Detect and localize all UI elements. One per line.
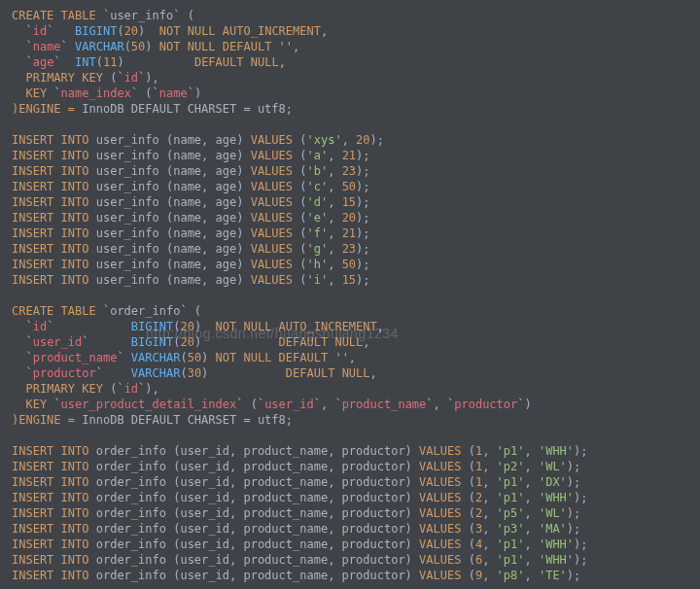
user-inserts: INSERT INTO user_info (name, age) VALUES…: [12, 133, 384, 287]
sql-code-block: CREATE TABLE `user_info` ( `id` BIGINT(2…: [0, 0, 700, 589]
table-name: user_info: [110, 9, 173, 22]
column-name: name: [33, 40, 61, 53]
column-name: id: [33, 24, 47, 38]
column-name: age: [33, 55, 54, 69]
table-name: order_info: [110, 304, 180, 318]
order-inserts: INSERT INTO order_info (user_id, product…: [12, 444, 588, 582]
keyword: CREATE TABLE: [12, 9, 96, 22]
